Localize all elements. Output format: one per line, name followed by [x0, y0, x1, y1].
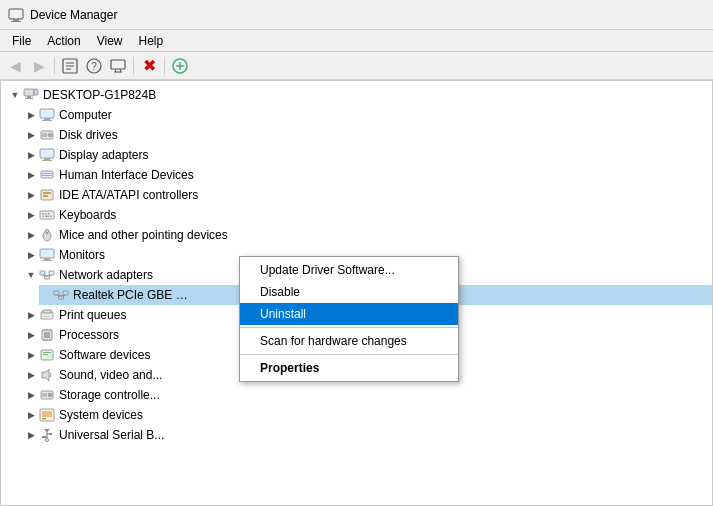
softwaredevices-label: Software devices [59, 348, 150, 362]
tree-item-ide[interactable]: ▶ IDE ATA/ATAPI controllers [21, 185, 712, 205]
svg-line-51 [43, 275, 48, 276]
svg-rect-78 [42, 411, 52, 417]
context-menu: Update Driver Software... Disable Uninst… [239, 256, 459, 382]
forward-button[interactable]: ▶ [28, 55, 50, 77]
display-icon [39, 147, 55, 163]
tree-root[interactable]: ▼ DESKTOP-G1P824B [5, 85, 712, 105]
menu-action[interactable]: Action [39, 32, 88, 50]
tree-item-systemdevices[interactable]: ▶ System devices [21, 405, 712, 425]
storage-icon [39, 387, 55, 403]
print-expand-icon: ▶ [25, 309, 37, 321]
disk-expand-icon: ▶ [25, 129, 37, 141]
system-icon [39, 407, 55, 423]
svg-point-25 [48, 133, 52, 137]
processor-icon [39, 327, 55, 343]
svg-rect-31 [42, 175, 52, 176]
svg-marker-73 [42, 369, 49, 381]
mice-icon [39, 227, 55, 243]
keyboard-icon [39, 207, 55, 223]
ide-icon [39, 187, 55, 203]
processor-expand-icon: ▶ [25, 329, 37, 341]
svg-text:?: ? [91, 61, 97, 72]
svg-rect-20 [40, 109, 54, 118]
svg-point-44 [45, 230, 49, 233]
hid-icon [39, 167, 55, 183]
properties-button[interactable] [59, 55, 81, 77]
svg-rect-63 [44, 332, 50, 338]
svg-rect-39 [42, 216, 44, 218]
realtek-label: Realtek PCIe GBE Family Controller [73, 288, 193, 302]
svg-rect-53 [54, 291, 59, 295]
context-menu-uninstall[interactable]: Uninstall [240, 303, 458, 325]
tree-item-displayadapters[interactable]: ▶ Display adapters [21, 145, 712, 165]
sound-expand-icon: ▶ [25, 369, 37, 381]
tree-item-diskdrives[interactable]: ▶ Disk drives [21, 125, 712, 145]
menu-file[interactable]: File [4, 32, 39, 50]
context-menu-scan[interactable]: Scan for hardware changes [240, 330, 458, 352]
svg-rect-27 [44, 158, 50, 160]
toolbar: ◀ ▶ ? ✖ [0, 52, 713, 80]
keyboards-label: Keyboards [59, 208, 116, 222]
uninstall-button[interactable]: ✖ [138, 55, 160, 77]
tree-item-usb[interactable]: ▶ Universal Serial B... [21, 425, 712, 445]
monitors-label: Monitors [59, 248, 105, 262]
svg-line-52 [47, 275, 52, 276]
menu-view[interactable]: View [89, 32, 131, 50]
processors-label: Processors [59, 328, 119, 342]
monitors-expand-icon: ▶ [25, 249, 37, 261]
context-menu-properties[interactable]: Properties [240, 357, 458, 379]
svg-rect-72 [43, 354, 48, 355]
tree-item-computer[interactable]: ▶ Computer [21, 105, 712, 125]
svg-rect-16 [24, 89, 34, 96]
help-button[interactable]: ? [83, 55, 105, 77]
svg-rect-21 [44, 118, 50, 120]
network-icon [39, 267, 55, 283]
svg-rect-33 [43, 192, 51, 194]
tree-item-keyboards[interactable]: ▶ Keyboards [21, 205, 712, 225]
svg-rect-22 [42, 120, 52, 121]
systemdevices-label: System devices [59, 408, 143, 422]
context-menu-sep2 [240, 354, 458, 355]
svg-rect-37 [45, 213, 47, 215]
svg-point-86 [46, 439, 49, 442]
scan-button[interactable] [169, 55, 191, 77]
svg-rect-47 [42, 260, 52, 261]
tree-item-storagecontrollers[interactable]: ▶ Storage controlle... [21, 385, 712, 405]
computer-expand-icon: ▶ [25, 109, 37, 121]
displayadapters-label: Display adapters [59, 148, 148, 162]
svg-rect-59 [43, 310, 51, 313]
storagecontrollers-label: Storage controlle... [59, 388, 160, 402]
svg-rect-55 [59, 296, 64, 299]
tree-item-mice[interactable]: ▶ Mice and other pointing devices [21, 225, 712, 245]
svg-rect-71 [43, 352, 51, 353]
networkadapters-label: Network adapters [59, 268, 153, 282]
hid-label: Human Interface Devices [59, 168, 194, 182]
svg-rect-0 [9, 9, 23, 19]
main-area: ▼ DESKTOP-G1P824B ▶ Compu [0, 80, 713, 506]
sound-label: Sound, video and... [59, 368, 162, 382]
svg-rect-19 [34, 89, 38, 95]
svg-rect-30 [42, 173, 52, 174]
svg-rect-49 [49, 271, 54, 275]
svg-rect-24 [42, 133, 47, 137]
ide-expand-icon: ▶ [25, 189, 37, 201]
svg-rect-48 [40, 271, 45, 275]
menu-help[interactable]: Help [131, 32, 172, 50]
svg-rect-28 [42, 160, 52, 161]
context-menu-disable[interactable]: Disable [240, 281, 458, 303]
svg-rect-79 [42, 418, 46, 420]
tree-item-hid[interactable]: ▶ Human Interface Devices [21, 165, 712, 185]
back-button[interactable]: ◀ [4, 55, 26, 77]
system-expand-icon: ▶ [25, 409, 37, 421]
printqueues-label: Print queues [59, 308, 126, 322]
svg-rect-54 [63, 291, 68, 295]
computer-label: Computer [59, 108, 112, 122]
monitor-button[interactable] [107, 55, 129, 77]
svg-rect-18 [25, 98, 33, 99]
computer-icon [39, 107, 55, 123]
toolbar-separator-2 [133, 57, 134, 75]
app-icon [8, 7, 24, 23]
context-menu-update[interactable]: Update Driver Software... [240, 259, 458, 281]
root-computer-icon [23, 87, 39, 103]
title-bar: Device Manager [0, 0, 713, 30]
